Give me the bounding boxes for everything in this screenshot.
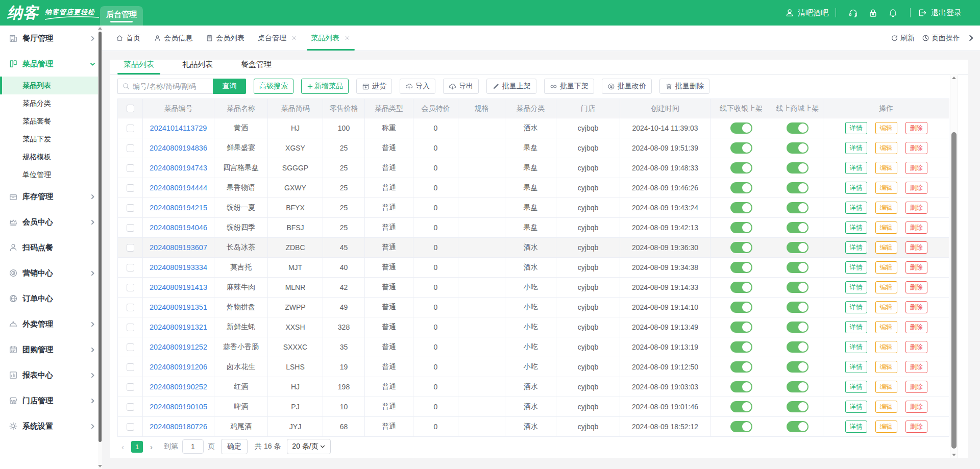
delete-button[interactable]: 删除 [905, 241, 927, 254]
page-actions-button[interactable]: 页面操作 [922, 34, 960, 43]
offline-toggle[interactable] [730, 401, 752, 412]
dish-code-link[interactable]: 20240809193334 [150, 263, 207, 271]
offline-toggle[interactable] [730, 182, 752, 193]
offline-toggle[interactable] [730, 421, 752, 432]
dish-code-link[interactable]: 20240809191321 [150, 323, 207, 331]
online-toggle[interactable] [787, 421, 808, 432]
offline-toggle[interactable] [730, 142, 752, 154]
online-toggle[interactable] [787, 381, 808, 392]
sidebar-item-团购管理[interactable]: 团购管理 [0, 337, 102, 362]
row-checkbox[interactable] [127, 125, 134, 132]
next-page-button[interactable]: › [146, 442, 157, 451]
select-all-checkbox[interactable] [127, 105, 134, 112]
detail-button[interactable]: 详情 [845, 142, 867, 154]
sidebar-item-菜品管理[interactable]: 菜品管理 [0, 51, 102, 77]
detail-button[interactable]: 详情 [845, 202, 867, 214]
headset-icon[interactable] [848, 8, 858, 18]
row-checkbox[interactable] [127, 383, 134, 391]
detail-button[interactable]: 详情 [845, 321, 867, 333]
sidebar-subitem-菜品分类[interactable]: 菜品分类 [0, 94, 102, 112]
detail-button[interactable]: 详情 [845, 162, 867, 174]
tab-菜品列表[interactable]: 菜品列表 [311, 26, 351, 51]
toolbar-button-批量删除[interactable]: 批量删除 [659, 79, 709, 94]
sidebar-item-营销中心[interactable]: 营销中心 [0, 260, 102, 286]
detail-button[interactable]: 详情 [845, 221, 867, 234]
row-checkbox[interactable] [127, 423, 134, 431]
close-icon[interactable] [291, 35, 298, 41]
sidebar-item-系统设置[interactable]: 系统设置 [0, 413, 102, 439]
dish-code-link[interactable]: 20240809191206 [150, 363, 207, 371]
row-checkbox[interactable] [127, 284, 134, 291]
sidebar-subitem-菜品套餐[interactable]: 菜品套餐 [0, 112, 102, 130]
tab-会员列表[interactable]: 会员列表 [206, 26, 244, 51]
dish-code-link[interactable]: 20240809194046 [150, 224, 207, 232]
sidebar-item-报表中心[interactable]: 报表中心 [0, 362, 102, 388]
online-toggle[interactable] [787, 401, 808, 412]
edit-button[interactable]: 编辑 [875, 241, 897, 254]
content-scrollbar[interactable] [950, 75, 958, 458]
online-toggle[interactable] [787, 302, 808, 313]
edit-button[interactable]: 编辑 [875, 421, 897, 433]
offline-toggle[interactable] [730, 222, 752, 233]
tab-桌台管理[interactable]: 桌台管理 [258, 26, 298, 51]
search-input[interactable] [133, 82, 204, 90]
detail-button[interactable]: 详情 [845, 361, 867, 373]
offline-toggle[interactable] [730, 341, 752, 353]
online-toggle[interactable] [787, 341, 808, 353]
logout-button[interactable]: 退出登录 [918, 8, 962, 18]
row-checkbox[interactable] [127, 304, 134, 311]
sidebar-subitem-菜品下发[interactable]: 菜品下发 [0, 130, 102, 148]
dish-code-link[interactable]: 20240809190105 [150, 403, 207, 411]
detail-button[interactable]: 详情 [845, 421, 867, 433]
detail-button[interactable]: 详情 [845, 401, 867, 413]
tabbar-expand-chevron[interactable] [967, 34, 975, 42]
online-toggle[interactable] [787, 182, 808, 193]
dish-code-link[interactable]: 20240809180726 [150, 423, 207, 431]
sidebar-item-餐厅管理[interactable]: 餐厅管理 [0, 26, 102, 51]
confirm-button[interactable]: 确定 [221, 439, 248, 454]
delete-button[interactable]: 删除 [905, 361, 927, 373]
row-checkbox[interactable] [127, 343, 134, 351]
edit-button[interactable]: 编辑 [875, 301, 897, 313]
sidebar-item-订单中心[interactable]: 订单中心 [0, 286, 102, 311]
online-toggle[interactable] [787, 122, 808, 134]
refresh-button[interactable]: 刷新 [891, 34, 915, 43]
detail-button[interactable]: 详情 [845, 341, 867, 353]
detail-button[interactable]: 详情 [845, 241, 867, 254]
dish-code-link[interactable]: 20240809194743 [150, 164, 207, 172]
sidebar-subitem-菜品列表[interactable]: 菜品列表 [0, 77, 102, 94]
content-tab-菜品列表[interactable]: 菜品列表 [117, 60, 160, 75]
edit-button[interactable]: 编辑 [875, 381, 897, 393]
row-checkbox[interactable] [127, 224, 134, 232]
dish-code-link[interactable]: 20240809194836 [150, 144, 207, 152]
tab-backend-admin[interactable]: 后台管理 [100, 6, 143, 26]
online-toggle[interactable] [787, 142, 808, 154]
edit-button[interactable]: 编辑 [875, 142, 897, 154]
toolbar-button-新增菜品[interactable]: 新增菜品 [301, 79, 349, 94]
sidebar-item-扫码点餐[interactable]: 扫码点餐 [0, 235, 102, 260]
tab-会员信息[interactable]: 会员信息 [154, 26, 192, 51]
dish-code-link[interactable]: 20240809193607 [150, 243, 207, 252]
sidebar-item-会员中心[interactable]: 会员中心 [0, 209, 102, 235]
row-checkbox[interactable] [127, 164, 134, 172]
detail-button[interactable]: 详情 [845, 122, 867, 134]
delete-button[interactable]: 删除 [905, 221, 927, 234]
dish-code-link[interactable]: 20240809194215 [150, 204, 207, 212]
page-number-input[interactable] [182, 439, 204, 454]
offline-toggle[interactable] [730, 381, 752, 392]
offline-toggle[interactable] [730, 162, 752, 174]
delete-button[interactable]: 删除 [905, 122, 927, 134]
toolbar-button-导出[interactable]: 导出 [443, 79, 479, 94]
edit-button[interactable]: 编辑 [875, 401, 897, 413]
current-page-button[interactable]: 1 [131, 441, 143, 453]
row-checkbox[interactable] [127, 363, 134, 371]
delete-button[interactable]: 删除 [905, 341, 927, 353]
dish-code-link[interactable]: 20240809190252 [150, 383, 207, 391]
row-checkbox[interactable] [127, 264, 134, 271]
sidebar-item-门店管理[interactable]: 门店管理 [0, 388, 102, 413]
toolbar-button-批量改价[interactable]: 批量改价 [602, 79, 652, 94]
delete-button[interactable]: 删除 [905, 301, 927, 313]
offline-toggle[interactable] [730, 361, 752, 373]
prev-page-button[interactable]: ‹ [117, 442, 128, 451]
sidebar-subitem-单位管理[interactable]: 单位管理 [0, 166, 102, 184]
